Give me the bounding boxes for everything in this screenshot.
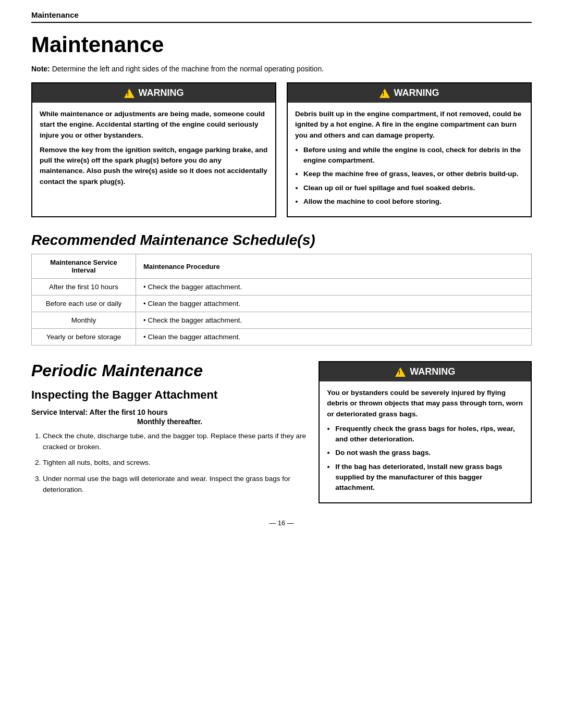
- warning-header-left: WARNING: [32, 83, 275, 103]
- periodic-steps-list: Check the chute, discharge tube, and the…: [31, 431, 308, 496]
- service-interval-line1: Service Interval: After the first 10 hou…: [31, 408, 308, 416]
- periodic-warning-intro: You or bystanders could be severely inju…: [327, 388, 523, 419]
- note-paragraph: Note: Determine the left and right sides…: [31, 65, 532, 73]
- warning-box-left: WARNING While maintenance or adjustments…: [31, 82, 276, 217]
- warning-columns: WARNING While maintenance or adjustments…: [31, 82, 532, 217]
- col2-header: Maintenance Procedure: [136, 254, 532, 279]
- warning-body-left: While maintenance or adjustments are bei…: [32, 103, 275, 198]
- periodic-section: Periodic Maintenance Inspecting the Bagg…: [31, 361, 532, 503]
- table-row: Yearly or before storage • Clean the bag…: [32, 329, 532, 346]
- table-header-row: Maintenance Service Interval Maintenance…: [32, 254, 532, 279]
- table-row: Before each use or daily • Clean the bag…: [32, 295, 532, 312]
- warning-right-item-2: Keep the machine free of grass, leaves, …: [303, 169, 523, 179]
- page-number-line: —: [269, 519, 276, 527]
- procedure-cell-2: • Clean the bagger attachment.: [136, 295, 532, 312]
- warning-header-right: WARNING: [288, 83, 531, 103]
- periodic-right: WARNING You or bystanders could be sever…: [319, 361, 532, 503]
- schedule-title: Recommended Maintenance Schedule(s): [31, 232, 532, 249]
- note-text: Determine the left and right sides of th…: [52, 65, 324, 73]
- interval-cell-1: After the first 10 hours: [32, 279, 136, 295]
- periodic-warning-item-2: Do not wash the grass bags.: [335, 448, 523, 458]
- periodic-warning-body: You or bystanders could be severely inju…: [320, 381, 531, 502]
- warning-label-left: WARNING: [139, 88, 184, 98]
- table-row: Monthly • Check the bagger attachment.: [32, 312, 532, 329]
- page-number: — 16 —: [31, 519, 532, 527]
- header-bar-title: Maintenance: [31, 10, 79, 19]
- warning-right-list: Before using and while the engine is coo…: [295, 145, 523, 207]
- section-subtitle: Inspecting the Bagger Attachment: [31, 388, 308, 403]
- maintenance-table: Maintenance Service Interval Maintenance…: [31, 254, 532, 346]
- procedure-cell-4: • Clean the bagger attachment.: [136, 329, 532, 346]
- interval-cell-4: Yearly or before storage: [32, 329, 136, 346]
- periodic-warning-box: WARNING You or bystanders could be sever…: [319, 361, 532, 503]
- service-interval-line2: Monthly thereafter.: [31, 417, 308, 426]
- warning-right-intro: Debris built up in the engine compartmen…: [295, 109, 523, 141]
- periodic-step-3: Under normal use the bags will deteriora…: [43, 474, 308, 496]
- periodic-step-1: Check the chute, discharge tube, and the…: [43, 431, 308, 453]
- interval-cell-2: Before each use or daily: [32, 295, 136, 312]
- warning-right-item-3: Clean up oil or fuel spillage and fuel s…: [303, 183, 523, 193]
- periodic-step-2: Tighten all nuts, bolts, and screws.: [43, 458, 308, 468]
- periodic-warning-triangle: [395, 367, 406, 377]
- periodic-warning-label: WARNING: [410, 366, 455, 377]
- table-row: After the first 10 hours • Check the bag…: [32, 279, 532, 295]
- col1-header: Maintenance Service Interval: [32, 254, 136, 279]
- periodic-title: Periodic Maintenance: [31, 361, 308, 380]
- procedure-cell-1: • Check the bagger attachment.: [136, 279, 532, 295]
- warning-left-para1: While maintenance or adjustments are bei…: [40, 109, 268, 141]
- periodic-warning-list: Frequently check the grass bags for hole…: [327, 424, 523, 493]
- page-container: Maintenance Maintenance Note: Determine …: [0, 0, 563, 728]
- interval-cell-3: Monthly: [32, 312, 136, 329]
- header-bar: Maintenance: [31, 10, 532, 23]
- page-number-value: 16: [278, 519, 285, 527]
- periodic-warning-header: WARNING: [320, 362, 531, 381]
- warning-triangle-left: [124, 89, 134, 98]
- note-label: Note:: [31, 65, 50, 73]
- warning-left-para2: Remove the key from the ignition switch,…: [40, 145, 268, 187]
- periodic-warning-item-3: If the bag has deteriorated, install new…: [335, 462, 523, 493]
- page-number-line2: —: [287, 519, 294, 527]
- procedure-cell-3: • Check the bagger attachment.: [136, 312, 532, 329]
- page-title: Maintenance: [31, 32, 532, 57]
- periodic-warning-item-1: Frequently check the grass bags for hole…: [335, 424, 523, 445]
- warning-right-item-4: Allow the machine to cool before storing…: [303, 196, 523, 207]
- periodic-left: Periodic Maintenance Inspecting the Bagg…: [31, 361, 308, 503]
- warning-label-right: WARNING: [394, 88, 439, 98]
- warning-triangle-right: [380, 89, 390, 98]
- warning-box-right: WARNING Debris built up in the engine co…: [287, 82, 532, 217]
- warning-right-item-1: Before using and while the engine is coo…: [303, 145, 523, 166]
- warning-body-right: Debris built up in the engine compartmen…: [288, 103, 531, 216]
